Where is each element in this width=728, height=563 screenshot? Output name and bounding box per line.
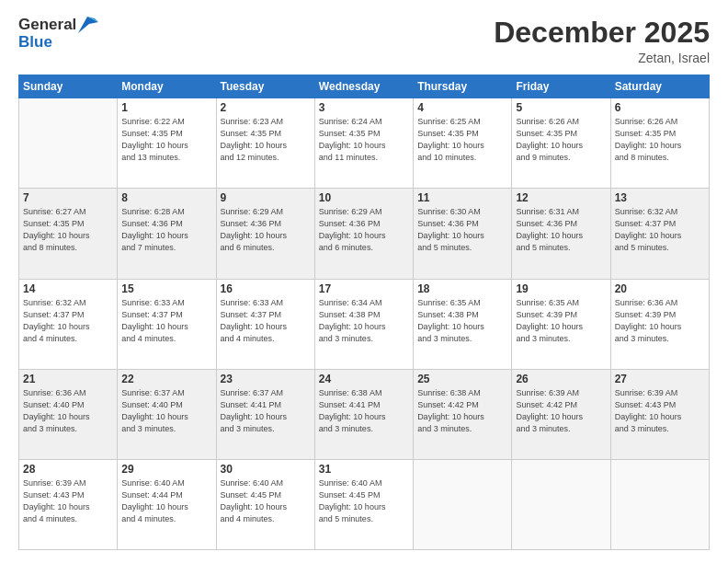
- table-row: 4Sunrise: 6:25 AMSunset: 4:35 PMDaylight…: [414, 98, 512, 189]
- table-row: 1Sunrise: 6:22 AMSunset: 4:35 PMDaylight…: [118, 98, 216, 189]
- table-row: 16Sunrise: 6:33 AMSunset: 4:37 PMDayligh…: [216, 279, 314, 369]
- table-row: 14Sunrise: 6:32 AMSunset: 4:37 PMDayligh…: [19, 279, 118, 369]
- table-row: 6Sunrise: 6:26 AMSunset: 4:35 PMDaylight…: [610, 98, 709, 189]
- col-wednesday: Wednesday: [314, 75, 413, 98]
- table-row: 11Sunrise: 6:30 AMSunset: 4:36 PMDayligh…: [414, 189, 512, 279]
- logo-blue: Blue: [18, 34, 98, 52]
- calendar-header-row: Sunday Monday Tuesday Wednesday Thursday…: [19, 75, 710, 98]
- table-row: 2Sunrise: 6:23 AMSunset: 4:35 PMDaylight…: [216, 98, 314, 189]
- table-row: 12Sunrise: 6:31 AMSunset: 4:36 PMDayligh…: [512, 189, 610, 279]
- table-row: 5Sunrise: 6:26 AMSunset: 4:35 PMDaylight…: [512, 98, 610, 189]
- table-row: [414, 459, 512, 549]
- location: Zetan, Israel: [494, 51, 710, 65]
- logo-wordmark: General Blue: [18, 17, 98, 51]
- table-row: 15Sunrise: 6:33 AMSunset: 4:37 PMDayligh…: [118, 279, 216, 369]
- logo-bird-icon: [78, 17, 98, 33]
- table-row: [19, 98, 118, 189]
- table-row: 28Sunrise: 6:39 AMSunset: 4:43 PMDayligh…: [19, 459, 118, 549]
- logo: General Blue: [18, 17, 98, 51]
- logo-general: General: [18, 17, 76, 34]
- table-row: 29Sunrise: 6:40 AMSunset: 4:44 PMDayligh…: [118, 459, 216, 549]
- table-row: 8Sunrise: 6:28 AMSunset: 4:36 PMDaylight…: [118, 189, 216, 279]
- table-row: 17Sunrise: 6:34 AMSunset: 4:38 PMDayligh…: [314, 279, 413, 369]
- table-row: 24Sunrise: 6:38 AMSunset: 4:41 PMDayligh…: [314, 369, 413, 459]
- table-row: 7Sunrise: 6:27 AMSunset: 4:35 PMDaylight…: [19, 189, 118, 279]
- table-row: 21Sunrise: 6:36 AMSunset: 4:40 PMDayligh…: [19, 369, 118, 459]
- calendar-table: Sunday Monday Tuesday Wednesday Thursday…: [18, 75, 710, 550]
- table-row: 3Sunrise: 6:24 AMSunset: 4:35 PMDaylight…: [314, 98, 413, 189]
- table-row: 25Sunrise: 6:38 AMSunset: 4:42 PMDayligh…: [414, 369, 512, 459]
- table-row: 20Sunrise: 6:36 AMSunset: 4:39 PMDayligh…: [610, 279, 709, 369]
- table-row: 22Sunrise: 6:37 AMSunset: 4:40 PMDayligh…: [118, 369, 216, 459]
- col-thursday: Thursday: [414, 75, 512, 98]
- col-saturday: Saturday: [610, 75, 709, 98]
- table-row: 23Sunrise: 6:37 AMSunset: 4:41 PMDayligh…: [216, 369, 314, 459]
- table-row: 31Sunrise: 6:40 AMSunset: 4:45 PMDayligh…: [314, 459, 413, 549]
- page: General Blue December 2025 Zetan, Israel…: [0, 0, 728, 563]
- col-friday: Friday: [512, 75, 610, 98]
- month-title: December 2025: [494, 17, 710, 49]
- table-row: [610, 459, 709, 549]
- table-row: 18Sunrise: 6:35 AMSunset: 4:38 PMDayligh…: [414, 279, 512, 369]
- header: General Blue December 2025 Zetan, Israel: [18, 17, 710, 65]
- table-row: 26Sunrise: 6:39 AMSunset: 4:42 PMDayligh…: [512, 369, 610, 459]
- col-sunday: Sunday: [19, 75, 118, 98]
- table-row: 27Sunrise: 6:39 AMSunset: 4:43 PMDayligh…: [610, 369, 709, 459]
- table-row: 13Sunrise: 6:32 AMSunset: 4:37 PMDayligh…: [610, 189, 709, 279]
- title-block: December 2025 Zetan, Israel: [494, 17, 710, 65]
- col-monday: Monday: [118, 75, 216, 98]
- col-tuesday: Tuesday: [216, 75, 314, 98]
- table-row: 30Sunrise: 6:40 AMSunset: 4:45 PMDayligh…: [216, 459, 314, 549]
- table-row: 10Sunrise: 6:29 AMSunset: 4:36 PMDayligh…: [314, 189, 413, 279]
- table-row: [512, 459, 610, 549]
- table-row: 19Sunrise: 6:35 AMSunset: 4:39 PMDayligh…: [512, 279, 610, 369]
- table-row: 9Sunrise: 6:29 AMSunset: 4:36 PMDaylight…: [216, 189, 314, 279]
